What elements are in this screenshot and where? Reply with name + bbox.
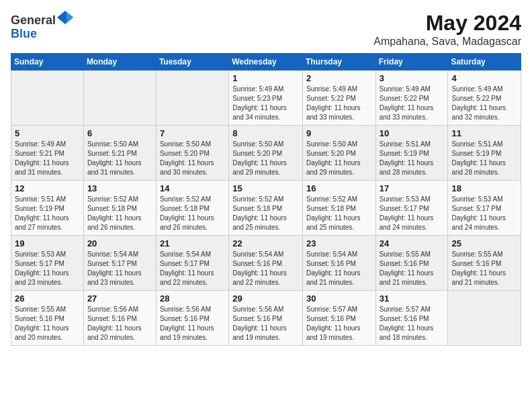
calendar-day-cell — [156, 71, 228, 126]
weekday-header: Thursday — [302, 54, 375, 71]
day-number: 25 — [451, 238, 517, 248]
day-info: Sunrise: 5:51 AM Sunset: 5:19 PM Dayligh… — [15, 195, 80, 232]
calendar-day-cell: 31Sunrise: 5:57 AM Sunset: 5:16 PM Dayli… — [375, 291, 448, 346]
calendar-day-cell — [448, 291, 521, 346]
day-info: Sunrise: 5:52 AM Sunset: 5:18 PM Dayligh… — [306, 195, 372, 232]
day-number: 5 — [15, 128, 80, 138]
day-info: Sunrise: 5:50 AM Sunset: 5:21 PM Dayligh… — [87, 140, 152, 177]
calendar-day-cell: 19Sunrise: 5:53 AM Sunset: 5:17 PM Dayli… — [11, 236, 84, 291]
day-info: Sunrise: 5:50 AM Sunset: 5:20 PM Dayligh… — [232, 140, 299, 177]
day-number: 27 — [87, 293, 152, 304]
weekday-header: Wednesday — [229, 54, 303, 71]
day-info: Sunrise: 5:56 AM Sunset: 5:16 PM Dayligh… — [232, 305, 299, 342]
day-number: 30 — [306, 293, 372, 304]
day-number: 14 — [160, 183, 225, 193]
day-number: 23 — [306, 238, 372, 248]
day-info: Sunrise: 5:56 AM Sunset: 5:16 PM Dayligh… — [87, 305, 152, 342]
calendar-day-cell: 18Sunrise: 5:53 AM Sunset: 5:17 PM Dayli… — [448, 181, 521, 236]
calendar-day-cell — [11, 71, 84, 126]
calendar-day-cell: 12Sunrise: 5:51 AM Sunset: 5:19 PM Dayli… — [11, 181, 84, 236]
day-number: 26 — [15, 293, 80, 304]
day-info: Sunrise: 5:51 AM Sunset: 5:19 PM Dayligh… — [451, 140, 517, 177]
weekday-header: Monday — [83, 54, 156, 71]
title-block: May 2024 Ampahana, Sava, Madagascar — [373, 11, 521, 48]
day-info: Sunrise: 5:52 AM Sunset: 5:18 PM Dayligh… — [87, 195, 152, 232]
day-info: Sunrise: 5:49 AM Sunset: 5:22 PM Dayligh… — [380, 85, 445, 122]
calendar-day-cell: 6Sunrise: 5:50 AM Sunset: 5:21 PM Daylig… — [83, 126, 156, 181]
day-number: 28 — [160, 293, 225, 304]
day-info: Sunrise: 5:49 AM Sunset: 5:21 PM Dayligh… — [15, 140, 80, 177]
day-info: Sunrise: 5:52 AM Sunset: 5:18 PM Dayligh… — [160, 195, 225, 232]
logo-general-text: General — [11, 13, 56, 27]
weekday-header: Sunday — [11, 54, 84, 71]
day-number: 16 — [306, 183, 372, 193]
day-info: Sunrise: 5:52 AM Sunset: 5:18 PM Dayligh… — [232, 195, 299, 232]
svg-marker-1 — [66, 12, 73, 23]
calendar-day-cell: 15Sunrise: 5:52 AM Sunset: 5:18 PM Dayli… — [229, 181, 303, 236]
page-header: General Blue May 2024 Ampahana, Sava, Ma… — [11, 11, 521, 48]
day-number: 29 — [232, 293, 299, 304]
day-info: Sunrise: 5:54 AM Sunset: 5:17 PM Dayligh… — [160, 250, 225, 287]
day-info: Sunrise: 5:55 AM Sunset: 5:16 PM Dayligh… — [451, 250, 517, 287]
day-info: Sunrise: 5:50 AM Sunset: 5:20 PM Dayligh… — [306, 140, 372, 177]
day-info: Sunrise: 5:54 AM Sunset: 5:16 PM Dayligh… — [306, 250, 372, 287]
day-number: 1 — [232, 73, 299, 83]
calendar-day-cell: 2Sunrise: 5:49 AM Sunset: 5:22 PM Daylig… — [302, 71, 375, 126]
logo: General Blue — [11, 11, 73, 41]
day-info: Sunrise: 5:51 AM Sunset: 5:19 PM Dayligh… — [380, 140, 445, 177]
location-title: Ampahana, Sava, Madagascar — [373, 36, 521, 48]
day-number: 3 — [380, 73, 445, 83]
day-number: 9 — [306, 128, 372, 138]
calendar-header-row: SundayMondayTuesdayWednesdayThursdayFrid… — [11, 54, 521, 71]
calendar-day-cell: 29Sunrise: 5:56 AM Sunset: 5:16 PM Dayli… — [229, 291, 303, 346]
calendar-day-cell: 26Sunrise: 5:55 AM Sunset: 5:16 PM Dayli… — [11, 291, 84, 346]
day-info: Sunrise: 5:54 AM Sunset: 5:17 PM Dayligh… — [87, 250, 152, 287]
calendar-week-row: 1Sunrise: 5:49 AM Sunset: 5:23 PM Daylig… — [11, 71, 521, 126]
calendar-day-cell: 1Sunrise: 5:49 AM Sunset: 5:23 PM Daylig… — [229, 71, 303, 126]
calendar-day-cell: 30Sunrise: 5:57 AM Sunset: 5:16 PM Dayli… — [302, 291, 375, 346]
calendar-week-row: 5Sunrise: 5:49 AM Sunset: 5:21 PM Daylig… — [11, 126, 521, 181]
day-info: Sunrise: 5:57 AM Sunset: 5:16 PM Dayligh… — [380, 305, 445, 342]
calendar-day-cell: 27Sunrise: 5:56 AM Sunset: 5:16 PM Dayli… — [83, 291, 156, 346]
day-number: 21 — [160, 238, 225, 248]
calendar-day-cell: 8Sunrise: 5:50 AM Sunset: 5:20 PM Daylig… — [229, 126, 303, 181]
day-info: Sunrise: 5:54 AM Sunset: 5:16 PM Dayligh… — [232, 250, 299, 287]
weekday-header: Tuesday — [156, 54, 228, 71]
calendar-day-cell: 3Sunrise: 5:49 AM Sunset: 5:22 PM Daylig… — [375, 71, 448, 126]
day-number: 31 — [380, 293, 445, 304]
day-info: Sunrise: 5:57 AM Sunset: 5:16 PM Dayligh… — [306, 305, 372, 342]
calendar-day-cell: 10Sunrise: 5:51 AM Sunset: 5:19 PM Dayli… — [375, 126, 448, 181]
day-number: 17 — [380, 183, 445, 193]
day-number: 7 — [160, 128, 225, 138]
day-number: 11 — [451, 128, 517, 138]
calendar-day-cell: 23Sunrise: 5:54 AM Sunset: 5:16 PM Dayli… — [302, 236, 375, 291]
calendar-day-cell: 22Sunrise: 5:54 AM Sunset: 5:16 PM Dayli… — [229, 236, 303, 291]
day-info: Sunrise: 5:49 AM Sunset: 5:23 PM Dayligh… — [232, 85, 299, 122]
day-info: Sunrise: 5:53 AM Sunset: 5:17 PM Dayligh… — [451, 195, 517, 232]
day-number: 6 — [87, 128, 152, 138]
day-info: Sunrise: 5:55 AM Sunset: 5:16 PM Dayligh… — [380, 250, 445, 287]
day-number: 12 — [15, 183, 80, 193]
day-number: 15 — [232, 183, 299, 193]
day-info: Sunrise: 5:49 AM Sunset: 5:22 PM Dayligh… — [306, 85, 372, 122]
day-number: 19 — [15, 238, 80, 248]
calendar-day-cell: 14Sunrise: 5:52 AM Sunset: 5:18 PM Dayli… — [156, 181, 228, 236]
calendar-day-cell: 28Sunrise: 5:56 AM Sunset: 5:16 PM Dayli… — [156, 291, 228, 346]
day-info: Sunrise: 5:53 AM Sunset: 5:17 PM Dayligh… — [380, 195, 445, 232]
calendar-day-cell: 7Sunrise: 5:50 AM Sunset: 5:20 PM Daylig… — [156, 126, 228, 181]
calendar-table: SundayMondayTuesdayWednesdayThursdayFrid… — [11, 53, 521, 346]
day-info: Sunrise: 5:55 AM Sunset: 5:16 PM Dayligh… — [15, 305, 80, 342]
weekday-header: Friday — [375, 54, 448, 71]
calendar-week-row: 19Sunrise: 5:53 AM Sunset: 5:17 PM Dayli… — [11, 236, 521, 291]
calendar-day-cell: 25Sunrise: 5:55 AM Sunset: 5:16 PM Dayli… — [448, 236, 521, 291]
day-number: 2 — [306, 73, 372, 83]
calendar-day-cell: 9Sunrise: 5:50 AM Sunset: 5:20 PM Daylig… — [302, 126, 375, 181]
calendar-week-row: 26Sunrise: 5:55 AM Sunset: 5:16 PM Dayli… — [11, 291, 521, 346]
day-number: 8 — [232, 128, 299, 138]
day-info: Sunrise: 5:56 AM Sunset: 5:16 PM Dayligh… — [160, 305, 225, 342]
calendar-day-cell: 20Sunrise: 5:54 AM Sunset: 5:17 PM Dayli… — [83, 236, 156, 291]
calendar-day-cell: 4Sunrise: 5:49 AM Sunset: 5:22 PM Daylig… — [448, 71, 521, 126]
calendar-day-cell: 17Sunrise: 5:53 AM Sunset: 5:17 PM Dayli… — [375, 181, 448, 236]
day-info: Sunrise: 5:53 AM Sunset: 5:17 PM Dayligh… — [15, 250, 80, 287]
day-info: Sunrise: 5:50 AM Sunset: 5:20 PM Dayligh… — [160, 140, 225, 177]
